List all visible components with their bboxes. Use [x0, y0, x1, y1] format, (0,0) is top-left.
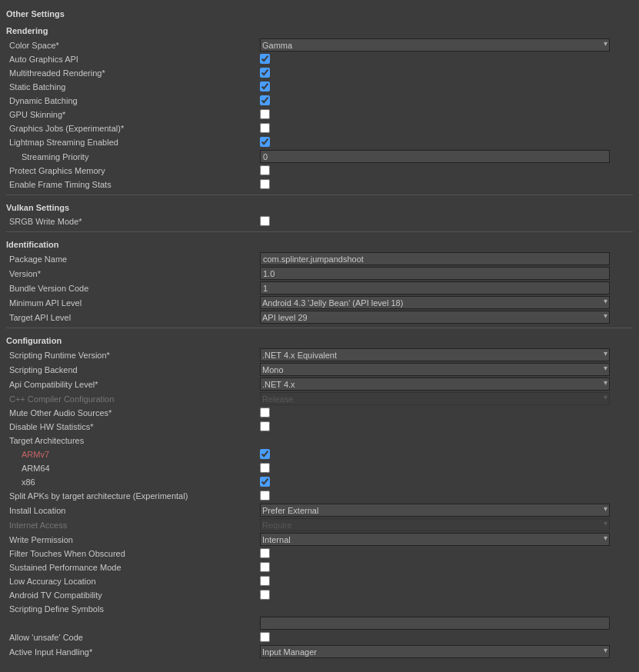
graphics-jobs-row: Graphics Jobs (Experimental)* — [6, 121, 633, 135]
bundle-version-row: Bundle Version Code — [6, 281, 633, 295]
split-apks-row: Split APKs by target architecture (Exper… — [6, 489, 633, 503]
mute-audio-label: Mute Other Audio Sources* — [6, 408, 260, 418]
static-batching-row: Static Batching — [6, 80, 633, 94]
android-tv-label: Android TV Compatibility — [6, 590, 260, 600]
api-compat-dropdown[interactable]: .NET 4.x .NET Standard 2.0 — [260, 378, 610, 391]
srgb-row: SRGB Write Mode* — [6, 215, 633, 228]
min-api-dropdown[interactable]: Android 4.3 'Jelly Bean' (API level 18) — [260, 296, 610, 309]
configuration-title: Configuration — [6, 331, 633, 348]
split-apks-label: Split APKs by target architecture (Exper… — [6, 491, 260, 501]
color-space-row: Color Space* Gamma Linear — [6, 38, 633, 52]
sustained-perf-label: Sustained Performance Mode — [6, 563, 260, 572]
install-location-select[interactable]: Prefer External Internal Auto — [260, 504, 610, 517]
static-batching-checkbox[interactable] — [260, 82, 270, 91]
frame-timing-checkbox[interactable] — [260, 179, 270, 189]
scripting-define-label: Scripting Define Symbols — [6, 604, 260, 614]
target-arch-label: Target Architectures — [6, 436, 260, 445]
version-row: Version* — [6, 266, 633, 281]
streaming-priority-input[interactable] — [260, 150, 610, 163]
cpp-compiler-dropdown: Release Debug — [260, 392, 610, 405]
api-compat-select[interactable]: .NET 4.x .NET Standard 2.0 — [260, 378, 610, 391]
frame-timing-label: Enable Frame Timing Stats — [6, 180, 260, 189]
active-input-row: Active Input Handling* Input Manager Inp… — [6, 644, 633, 659]
scripting-backend-dropdown[interactable]: Mono IL2CPP — [260, 363, 610, 376]
armv7-label: ARMv7 — [6, 450, 260, 459]
internet-access-select: Require Auto — [260, 518, 610, 531]
filter-touches-checkbox[interactable] — [260, 548, 270, 558]
mute-audio-checkbox[interactable] — [260, 408, 270, 418]
api-compat-label: Api Compatibility Level* — [6, 380, 260, 389]
streaming-priority-row: Streaming Priority — [6, 149, 633, 164]
dynamic-batching-checkbox[interactable] — [260, 95, 270, 105]
scripting-runtime-label: Scripting Runtime Version* — [6, 351, 260, 360]
armv7-row: ARMv7 — [6, 447, 633, 461]
scripting-define-input[interactable] — [260, 617, 610, 630]
divider-1 — [6, 195, 633, 195]
protect-graphics-checkbox[interactable] — [260, 165, 270, 175]
cpp-compiler-select: Release Debug — [260, 392, 610, 405]
static-batching-label: Static Batching — [6, 82, 260, 91]
graphics-jobs-checkbox[interactable] — [260, 123, 270, 133]
install-location-row: Install Location Prefer External Interna… — [6, 503, 633, 517]
internet-access-dropdown: Require Auto — [260, 518, 610, 531]
write-permission-label: Write Permission — [6, 535, 260, 544]
auto-graphics-row: Auto Graphics API — [6, 52, 633, 66]
gpu-skinning-checkbox[interactable] — [260, 109, 270, 119]
active-input-dropdown[interactable]: Input Manager Input System Package (New)… — [260, 645, 610, 658]
install-location-dropdown[interactable]: Prefer External Internal Auto — [260, 504, 610, 517]
cpp-compiler-row: C++ Compiler Configuration Release Debug — [6, 391, 633, 406]
version-input[interactable] — [260, 267, 610, 280]
disable-hw-row: Disable HW Statistics* — [6, 420, 633, 434]
multithreaded-checkbox[interactable] — [260, 68, 270, 78]
multithreaded-row: Multithreaded Rendering* — [6, 66, 633, 80]
section-title: Other Settings — [6, 3, 633, 22]
color-space-dropdown[interactable]: Gamma Linear — [260, 38, 610, 52]
disable-hw-label: Disable HW Statistics* — [6, 422, 260, 431]
unsafe-code-checkbox[interactable] — [260, 632, 270, 642]
write-permission-dropdown[interactable]: Internal External (SDCard) — [260, 533, 610, 546]
target-api-select[interactable]: API level 29 — [260, 311, 610, 324]
divider-2 — [6, 231, 633, 232]
mute-audio-row: Mute Other Audio Sources* — [6, 406, 633, 420]
dynamic-batching-row: Dynamic Batching — [6, 94, 633, 108]
android-tv-checkbox[interactable] — [260, 590, 270, 600]
identification-title: Identification — [6, 235, 633, 251]
active-input-select[interactable]: Input Manager Input System Package (New)… — [260, 645, 610, 658]
protect-graphics-label: Protect Graphics Memory — [6, 166, 260, 175]
multithreaded-label: Multithreaded Rendering* — [6, 68, 260, 78]
bundle-version-label: Bundle Version Code — [6, 284, 260, 293]
package-name-input[interactable] — [260, 252, 610, 265]
x86-label: x86 — [6, 477, 260, 487]
lightmap-streaming-row: Lightmap Streaming Enabled — [6, 135, 633, 149]
arm64-checkbox[interactable] — [260, 463, 270, 473]
gpu-skinning-row: GPU Skinning* — [6, 108, 633, 121]
x86-checkbox[interactable] — [260, 477, 270, 487]
color-space-label: Color Space* — [6, 41, 260, 50]
color-space-select[interactable]: Gamma Linear — [260, 38, 610, 52]
low-accuracy-checkbox[interactable] — [260, 576, 270, 586]
filter-touches-row: Filter Touches When Obscured — [6, 547, 633, 561]
write-permission-select[interactable]: Internal External (SDCard) — [260, 533, 610, 546]
armv7-checkbox[interactable] — [260, 449, 270, 459]
min-api-select[interactable]: Android 4.3 'Jelly Bean' (API level 18) — [260, 296, 610, 309]
internet-access-label: Internet Access — [6, 521, 260, 530]
scripting-backend-select[interactable]: Mono IL2CPP — [260, 363, 610, 376]
sustained-perf-checkbox[interactable] — [260, 562, 270, 572]
split-apks-checkbox[interactable] — [260, 491, 270, 501]
vulkan-title: Vulkan Settings — [6, 198, 633, 215]
bundle-version-input[interactable] — [260, 281, 610, 294]
arm64-row: ARM64 — [6, 461, 633, 475]
srgb-checkbox[interactable] — [260, 216, 270, 226]
scripting-runtime-select[interactable]: .NET 4.x Equivalent .NET 3.5 — [260, 348, 610, 361]
x86-row: x86 — [6, 475, 633, 489]
target-arch-row: Target Architectures — [6, 434, 633, 447]
android-tv-row: Android TV Compatibility — [6, 588, 633, 602]
target-api-dropdown[interactable]: API level 29 — [260, 311, 610, 324]
srgb-label: SRGB Write Mode* — [6, 217, 260, 226]
disable-hw-checkbox[interactable] — [260, 421, 270, 431]
scripting-runtime-dropdown[interactable]: .NET 4.x Equivalent .NET 3.5 — [260, 348, 610, 361]
lightmap-streaming-checkbox[interactable] — [260, 137, 270, 147]
scripting-runtime-row: Scripting Runtime Version* .NET 4.x Equi… — [6, 348, 633, 362]
auto-graphics-checkbox[interactable] — [260, 54, 270, 64]
install-location-label: Install Location — [6, 506, 260, 515]
